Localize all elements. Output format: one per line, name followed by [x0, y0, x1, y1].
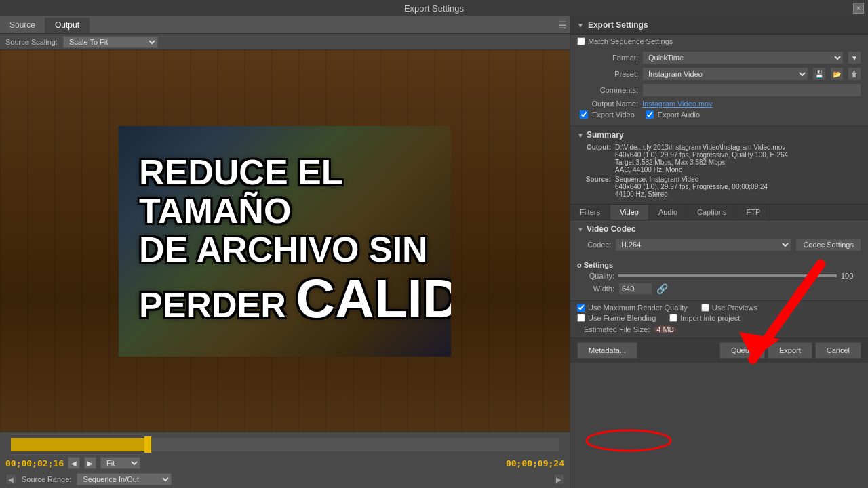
video-codec-collapse-icon[interactable]: ▼: [577, 226, 584, 233]
summary-output-row: Output: D:\Vide...uly 2013\Instagram Vid…: [577, 144, 861, 174]
import-project-checkbox[interactable]: [669, 314, 677, 322]
queue-button[interactable]: Queue: [719, 342, 765, 359]
timecode-start: 00;00;02;16: [5, 458, 64, 468]
main-container: Source Output ☰ Source Scaling: Scale To…: [0, 16, 868, 488]
max-render-quality-item: Use Maximum Render Quality: [577, 304, 688, 312]
codec-settings-button[interactable]: Codec Settings: [795, 238, 861, 251]
summary-source-value: Sequence, Instagram Video640x640 (1.0), …: [615, 176, 861, 198]
tab-ftp[interactable]: FTP: [736, 205, 770, 220]
overlay-text-calidad: CALIDAD: [296, 268, 451, 329]
tab-video[interactable]: Video: [610, 205, 649, 220]
quality-row: Quality: 100: [577, 272, 861, 280]
export-button[interactable]: Export: [768, 342, 812, 359]
tab-source[interactable]: Source: [0, 18, 45, 33]
scroll-left-icon[interactable]: ◀: [5, 474, 16, 485]
comments-input[interactable]: [642, 83, 861, 97]
source-range-bar: ◀ Source Range: Sequence In/Out Work Are…: [0, 472, 570, 488]
fit-select[interactable]: Fit 25% 50% 100%: [100, 457, 140, 469]
tab-filters[interactable]: Filters: [570, 205, 610, 220]
frame-blending-label: Use Frame Blending: [588, 314, 656, 322]
source-scaling-select[interactable]: Scale To Fit Stretch to Fill Scale to Fi…: [63, 36, 158, 48]
title-bar: Export Settings ×: [0, 0, 868, 16]
overlay-text-line3: PERDER CALIDAD: [139, 269, 451, 329]
preview-area: REDUCE EL TAMAÑO DE ARCHIVO SIN PERDER C…: [0, 50, 570, 432]
export-settings-title: Export Settings: [588, 20, 648, 30]
match-sequence-label: Match Sequence Settings: [588, 37, 673, 45]
video-overlay: REDUCE EL TAMAÑO DE ARCHIVO SIN PERDER C…: [119, 126, 451, 357]
import-preset-icon[interactable]: 📂: [830, 67, 844, 81]
export-settings-header: ▼ Export Settings: [570, 16, 868, 35]
estimated-size-label: Estimated File Size:: [584, 325, 650, 333]
overlay-text-line1: REDUCE EL TAMAÑO: [139, 153, 431, 230]
width-input[interactable]: [618, 283, 652, 295]
export-video-checkbox[interactable]: [580, 110, 588, 119]
overlay-text-line2: DE ARCHIVO SIN: [139, 230, 428, 269]
codec-select[interactable]: H.264 H.265 ProRes: [615, 238, 791, 251]
source-scaling-label: Source Scaling:: [5, 38, 58, 46]
frame-blending-item: Use Frame Blending: [577, 314, 656, 322]
import-project-item: Import into project: [669, 314, 740, 322]
delete-preset-icon[interactable]: 🗑: [848, 67, 861, 81]
basic-video-settings: o Settings Quality: 100 Width: 🔗: [570, 258, 868, 300]
timeline-controls: 00;00;02;16 ◀ ▶ Fit 25% 50% 100% 00;00;0…: [0, 454, 570, 472]
bottom-checkboxes: Use Maximum Render Quality Use Previews …: [570, 300, 868, 338]
prev-frame-button[interactable]: ◀: [68, 457, 80, 469]
output-name-row: Output Name: Instagram Video.mov: [577, 100, 861, 108]
quality-label: Quality:: [577, 272, 614, 280]
tabs-menu-icon[interactable]: ☰: [558, 20, 567, 30]
match-sequence-checkbox[interactable]: [577, 37, 585, 45]
quality-slider[interactable]: [618, 274, 837, 277]
preview-tabs: Source Output ☰: [0, 16, 570, 34]
collapse-icon[interactable]: ▼: [577, 22, 584, 29]
timeline-bar[interactable]: [11, 438, 559, 451]
preset-label: Preset:: [577, 70, 638, 78]
left-panel: Source Output ☰ Source Scaling: Scale To…: [0, 16, 570, 488]
link-dimensions-icon[interactable]: 🔗: [656, 283, 668, 294]
preset-select[interactable]: Instagram Video Custom: [642, 67, 808, 81]
right-panel: ▼ Export Settings Match Sequence Setting…: [570, 16, 868, 488]
summary-source-label: Source:: [577, 176, 611, 198]
estimated-size-value: 4 MB: [654, 325, 677, 333]
width-row: Width: 🔗: [577, 283, 861, 295]
quality-slider-fill: [618, 274, 837, 277]
format-select[interactable]: QuickTime H.264 MPEG4: [642, 51, 844, 64]
preset-row: Preset: Instagram Video Custom 💾 📂 🗑: [577, 67, 861, 81]
import-project-label: Import into project: [680, 314, 740, 322]
source-range-select[interactable]: Sequence In/Out Work Area Entire Sequenc…: [77, 473, 172, 485]
scroll-right-icon[interactable]: ▶: [553, 474, 564, 485]
tab-captions[interactable]: Captions: [688, 205, 736, 220]
max-render-quality-checkbox[interactable]: [577, 304, 585, 312]
use-previews-label: Use Previews: [712, 304, 757, 312]
match-sequence-row: Match Sequence Settings: [570, 35, 868, 47]
tab-output[interactable]: Output: [45, 18, 90, 33]
metadata-button[interactable]: Metadata...: [577, 342, 637, 359]
timeline-marker: [144, 436, 151, 453]
format-dropdown-icon[interactable]: ▼: [848, 51, 861, 64]
summary-source-row: Source: Sequence, Instagram Video640x640…: [577, 176, 861, 198]
quality-value: 100: [841, 272, 861, 280]
format-row: Format: QuickTime H.264 MPEG4 ▼: [577, 51, 861, 64]
summary-header: ▼ Summary: [577, 130, 861, 140]
summary-collapse-icon[interactable]: ▼: [577, 131, 584, 139]
use-previews-item: Use Previews: [701, 304, 757, 312]
width-label: Width:: [577, 285, 614, 293]
source-scaling-bar: Source Scaling: Scale To Fit Stretch to …: [0, 34, 570, 50]
summary-output-value: D:\Vide...uly 2013\Instagram Video\Insta…: [615, 144, 861, 174]
comments-label: Comments:: [577, 86, 638, 94]
format-label: Format:: [577, 54, 638, 62]
bottom-buttons: Metadata... Queue Export Cancel: [570, 338, 868, 363]
cancel-button[interactable]: Cancel: [815, 342, 861, 359]
close-button[interactable]: ×: [853, 3, 864, 14]
tab-audio[interactable]: Audio: [649, 205, 688, 220]
use-previews-checkbox[interactable]: [701, 304, 709, 312]
render-options-row: Use Maximum Render Quality Use Previews: [577, 304, 861, 312]
export-audio-label: Export Audio: [658, 110, 700, 119]
export-audio-checkbox[interactable]: [646, 110, 654, 119]
codec-tabs: Filters Video Audio Captions FTP: [570, 205, 868, 220]
export-options-row: Export Video Export Audio: [577, 110, 861, 119]
save-preset-icon[interactable]: 💾: [812, 67, 826, 81]
frame-blending-checkbox[interactable]: [577, 314, 585, 322]
next-frame-button[interactable]: ▶: [84, 457, 96, 469]
summary-output-label: Output:: [577, 144, 611, 174]
output-name-link[interactable]: Instagram Video.mov: [642, 100, 713, 108]
